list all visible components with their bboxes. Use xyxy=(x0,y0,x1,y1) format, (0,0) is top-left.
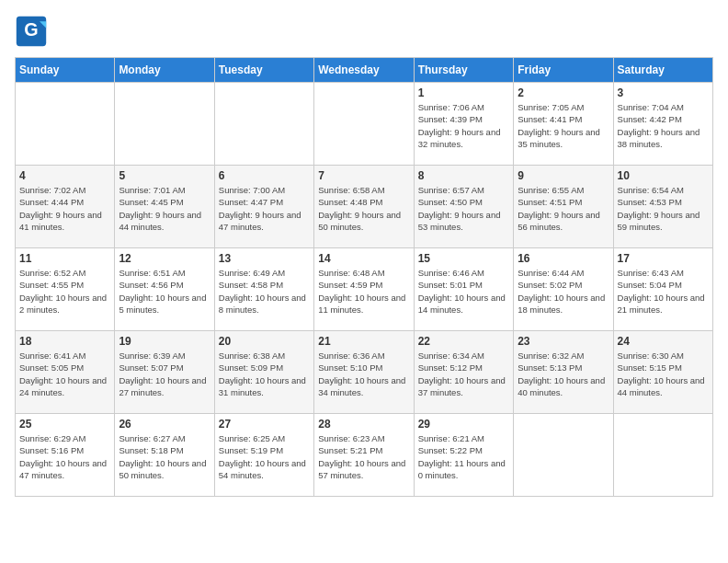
calendar-cell: 2Sunrise: 7:05 AM Sunset: 4:41 PM Daylig… xyxy=(514,83,613,166)
calendar-cell: 29Sunrise: 6:21 AM Sunset: 5:22 PM Dayli… xyxy=(414,414,513,497)
calendar-cell xyxy=(514,414,613,497)
day-info: Sunrise: 7:01 AM Sunset: 4:45 PM Dayligh… xyxy=(119,184,210,233)
day-number: 8 xyxy=(418,169,509,182)
calendar-cell: 12Sunrise: 6:51 AM Sunset: 4:56 PM Dayli… xyxy=(115,248,214,331)
day-info: Sunrise: 6:39 AM Sunset: 5:07 PM Dayligh… xyxy=(119,350,210,398)
calendar-cell: 27Sunrise: 6:25 AM Sunset: 5:19 PM Dayli… xyxy=(214,414,313,497)
day-info: Sunrise: 6:49 AM Sunset: 4:58 PM Dayligh… xyxy=(219,267,310,316)
day-number: 7 xyxy=(318,169,409,182)
col-header-saturday: Saturday xyxy=(613,58,712,83)
calendar-cell: 17Sunrise: 6:43 AM Sunset: 5:04 PM Dayli… xyxy=(613,248,712,331)
calendar-cell: 5Sunrise: 7:01 AM Sunset: 4:45 PM Daylig… xyxy=(115,166,214,248)
calendar-cell: 24Sunrise: 6:30 AM Sunset: 5:15 PM Dayli… xyxy=(613,331,712,414)
day-info: Sunrise: 7:00 AM Sunset: 4:47 PM Dayligh… xyxy=(219,184,310,233)
calendar-week-3: 11Sunrise: 6:52 AM Sunset: 4:55 PM Dayli… xyxy=(16,248,713,331)
calendar-cell: 18Sunrise: 6:41 AM Sunset: 5:05 PM Dayli… xyxy=(16,331,115,414)
day-number: 3 xyxy=(618,86,709,99)
day-number: 28 xyxy=(318,418,409,431)
calendar-week-4: 18Sunrise: 6:41 AM Sunset: 5:05 PM Dayli… xyxy=(16,331,713,414)
calendar-cell: 4Sunrise: 7:02 AM Sunset: 4:44 PM Daylig… xyxy=(16,166,115,248)
calendar-cell: 8Sunrise: 6:57 AM Sunset: 4:50 PM Daylig… xyxy=(414,166,513,248)
day-info: Sunrise: 7:05 AM Sunset: 4:41 PM Dayligh… xyxy=(518,101,609,150)
day-info: Sunrise: 6:29 AM Sunset: 5:16 PM Dayligh… xyxy=(19,432,110,481)
day-number: 6 xyxy=(219,169,310,182)
day-info: Sunrise: 6:25 AM Sunset: 5:19 PM Dayligh… xyxy=(219,432,310,481)
day-number: 10 xyxy=(618,169,709,182)
page-header: G xyxy=(15,15,713,48)
svg-text:G: G xyxy=(24,19,38,40)
col-header-friday: Friday xyxy=(514,58,613,83)
day-info: Sunrise: 6:52 AM Sunset: 4:55 PM Dayligh… xyxy=(19,267,110,316)
logo: G xyxy=(15,15,51,48)
day-number: 15 xyxy=(418,252,509,265)
day-number: 22 xyxy=(418,335,509,348)
calendar-cell xyxy=(314,83,414,166)
calendar-cell xyxy=(16,83,115,166)
day-info: Sunrise: 6:43 AM Sunset: 5:04 PM Dayligh… xyxy=(618,267,709,316)
calendar-cell: 15Sunrise: 6:46 AM Sunset: 5:01 PM Dayli… xyxy=(414,248,513,331)
day-number: 4 xyxy=(19,169,110,182)
calendar-cell: 10Sunrise: 6:54 AM Sunset: 4:53 PM Dayli… xyxy=(613,166,712,248)
day-info: Sunrise: 6:46 AM Sunset: 5:01 PM Dayligh… xyxy=(418,267,509,316)
day-info: Sunrise: 6:21 AM Sunset: 5:22 PM Dayligh… xyxy=(418,432,509,481)
calendar-cell: 26Sunrise: 6:27 AM Sunset: 5:18 PM Dayli… xyxy=(115,414,214,497)
calendar-cell: 9Sunrise: 6:55 AM Sunset: 4:51 PM Daylig… xyxy=(514,166,613,248)
day-number: 23 xyxy=(518,335,609,348)
day-number: 11 xyxy=(19,252,110,265)
day-info: Sunrise: 6:54 AM Sunset: 4:53 PM Dayligh… xyxy=(618,184,709,233)
calendar-header-row: SundayMondayTuesdayWednesdayThursdayFrid… xyxy=(16,58,713,83)
calendar-cell xyxy=(115,83,214,166)
calendar-cell: 1Sunrise: 7:06 AM Sunset: 4:39 PM Daylig… xyxy=(414,83,513,166)
day-info: Sunrise: 6:34 AM Sunset: 5:12 PM Dayligh… xyxy=(418,350,509,398)
day-info: Sunrise: 6:27 AM Sunset: 5:18 PM Dayligh… xyxy=(119,432,210,481)
day-info: Sunrise: 6:48 AM Sunset: 4:59 PM Dayligh… xyxy=(318,267,409,316)
day-info: Sunrise: 6:55 AM Sunset: 4:51 PM Dayligh… xyxy=(518,184,609,233)
calendar-cell: 23Sunrise: 6:32 AM Sunset: 5:13 PM Dayli… xyxy=(514,331,613,414)
day-number: 21 xyxy=(318,335,409,348)
day-info: Sunrise: 6:51 AM Sunset: 4:56 PM Dayligh… xyxy=(119,267,210,316)
calendar-cell: 11Sunrise: 6:52 AM Sunset: 4:55 PM Dayli… xyxy=(16,248,115,331)
day-number: 26 xyxy=(119,418,210,431)
day-info: Sunrise: 7:06 AM Sunset: 4:39 PM Dayligh… xyxy=(418,101,509,150)
calendar-cell: 13Sunrise: 6:49 AM Sunset: 4:58 PM Dayli… xyxy=(214,248,313,331)
col-header-thursday: Thursday xyxy=(414,58,513,83)
day-number: 29 xyxy=(418,418,509,431)
day-info: Sunrise: 6:38 AM Sunset: 5:09 PM Dayligh… xyxy=(219,350,310,398)
day-number: 14 xyxy=(318,252,409,265)
calendar-week-1: 1Sunrise: 7:06 AM Sunset: 4:39 PM Daylig… xyxy=(16,83,713,166)
day-info: Sunrise: 6:41 AM Sunset: 5:05 PM Dayligh… xyxy=(19,350,110,398)
day-number: 1 xyxy=(418,86,509,99)
calendar-week-5: 25Sunrise: 6:29 AM Sunset: 5:16 PM Dayli… xyxy=(16,414,713,497)
col-header-wednesday: Wednesday xyxy=(314,58,414,83)
calendar-cell: 19Sunrise: 6:39 AM Sunset: 5:07 PM Dayli… xyxy=(115,331,214,414)
calendar-cell xyxy=(613,414,712,497)
day-number: 5 xyxy=(119,169,210,182)
calendar-cell: 28Sunrise: 6:23 AM Sunset: 5:21 PM Dayli… xyxy=(314,414,414,497)
calendar-cell: 22Sunrise: 6:34 AM Sunset: 5:12 PM Dayli… xyxy=(414,331,513,414)
day-number: 17 xyxy=(618,252,709,265)
day-info: Sunrise: 7:02 AM Sunset: 4:44 PM Dayligh… xyxy=(19,184,110,233)
day-number: 20 xyxy=(219,335,310,348)
day-number: 25 xyxy=(19,418,110,431)
calendar-cell: 14Sunrise: 6:48 AM Sunset: 4:59 PM Dayli… xyxy=(314,248,414,331)
day-number: 16 xyxy=(518,252,609,265)
day-number: 18 xyxy=(19,335,110,348)
day-number: 27 xyxy=(219,418,310,431)
day-number: 13 xyxy=(219,252,310,265)
calendar-cell: 6Sunrise: 7:00 AM Sunset: 4:47 PM Daylig… xyxy=(214,166,313,248)
day-info: Sunrise: 6:58 AM Sunset: 4:48 PM Dayligh… xyxy=(318,184,409,233)
logo-icon: G xyxy=(15,15,48,48)
col-header-tuesday: Tuesday xyxy=(214,58,313,83)
day-number: 12 xyxy=(119,252,210,265)
day-number: 9 xyxy=(518,169,609,182)
calendar-cell: 20Sunrise: 6:38 AM Sunset: 5:09 PM Dayli… xyxy=(214,331,313,414)
day-number: 2 xyxy=(518,86,609,99)
calendar-cell xyxy=(214,83,313,166)
day-info: Sunrise: 6:36 AM Sunset: 5:10 PM Dayligh… xyxy=(318,350,409,398)
calendar-cell: 3Sunrise: 7:04 AM Sunset: 4:42 PM Daylig… xyxy=(613,83,712,166)
col-header-sunday: Sunday xyxy=(16,58,115,83)
calendar-week-2: 4Sunrise: 7:02 AM Sunset: 4:44 PM Daylig… xyxy=(16,166,713,248)
calendar-cell: 16Sunrise: 6:44 AM Sunset: 5:02 PM Dayli… xyxy=(514,248,613,331)
calendar-table: SundayMondayTuesdayWednesdayThursdayFrid… xyxy=(15,57,713,497)
day-info: Sunrise: 6:30 AM Sunset: 5:15 PM Dayligh… xyxy=(618,350,709,398)
